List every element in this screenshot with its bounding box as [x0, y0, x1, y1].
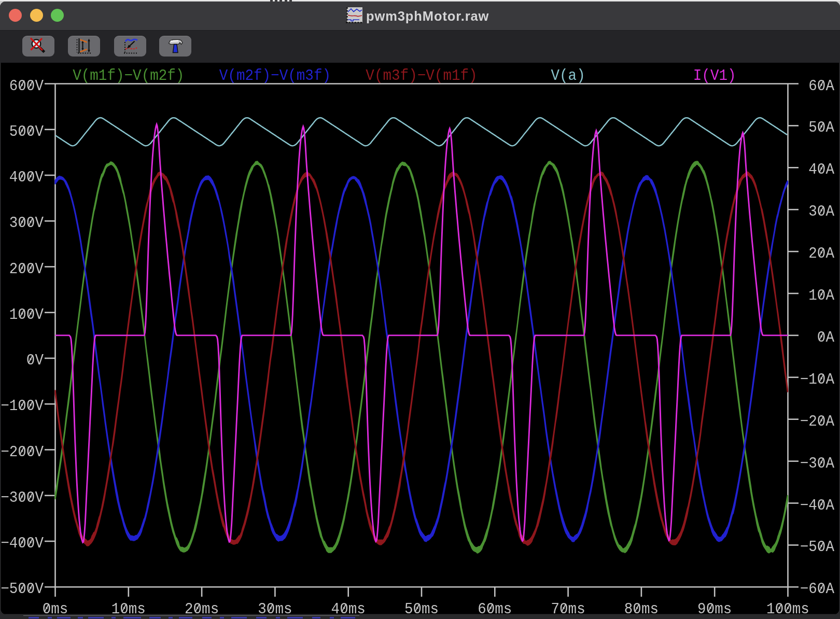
svg-text:60A: 60A	[808, 77, 834, 95]
svg-text:500V: 500V	[9, 123, 44, 140]
svg-text:V(a): V(a)	[551, 67, 585, 85]
svg-text:−60A: −60A	[800, 581, 834, 598]
svg-text:V(m2f)−V(m3f): V(m2f)−V(m3f)	[219, 67, 331, 85]
svg-text:−200V: −200V	[1, 443, 44, 461]
svg-text:70ms: 70ms	[551, 600, 585, 618]
svg-text:10A: 10A	[808, 287, 834, 304]
svg-text:400V: 400V	[9, 168, 44, 186]
svg-text:10ms: 10ms	[111, 600, 146, 618]
svg-text:100V: 100V	[9, 306, 44, 323]
svg-text:V(m1f)−V(m2f): V(m1f)−V(m2f)	[73, 67, 184, 85]
svg-text:20ms: 20ms	[185, 600, 219, 618]
svg-text:50ms: 50ms	[404, 600, 439, 618]
svg-text:−20A: −20A	[800, 413, 834, 430]
svg-text:−50A: −50A	[800, 539, 834, 556]
svg-text:20A: 20A	[808, 245, 834, 262]
svg-text:100ms: 100ms	[766, 600, 809, 618]
svg-text:50A: 50A	[808, 119, 834, 137]
svg-text:40ms: 40ms	[331, 600, 366, 618]
svg-text:40A: 40A	[808, 161, 834, 179]
svg-text:0A: 0A	[817, 329, 834, 346]
svg-text:60ms: 60ms	[478, 600, 512, 618]
svg-text:V(m3f)−V(m1f): V(m3f)−V(m1f)	[366, 67, 477, 85]
svg-text:−400V: −400V	[1, 534, 44, 552]
svg-text:−300V: −300V	[1, 489, 44, 507]
svg-text:200V: 200V	[9, 260, 44, 278]
svg-text:−100V: −100V	[1, 398, 44, 415]
svg-text:300V: 300V	[9, 215, 44, 232]
svg-text:0V: 0V	[26, 351, 44, 369]
svg-text:80ms: 80ms	[624, 600, 659, 618]
svg-text:600V: 600V	[9, 77, 44, 95]
svg-text:−500V: −500V	[1, 581, 44, 598]
svg-text:30ms: 30ms	[258, 600, 292, 618]
svg-text:90ms: 90ms	[697, 600, 732, 618]
svg-text:−40A: −40A	[800, 497, 834, 514]
svg-text:−30A: −30A	[800, 455, 834, 472]
svg-text:−10A: −10A	[800, 371, 834, 388]
svg-text:30A: 30A	[808, 203, 834, 221]
svg-text:I(V1): I(V1)	[693, 67, 736, 85]
